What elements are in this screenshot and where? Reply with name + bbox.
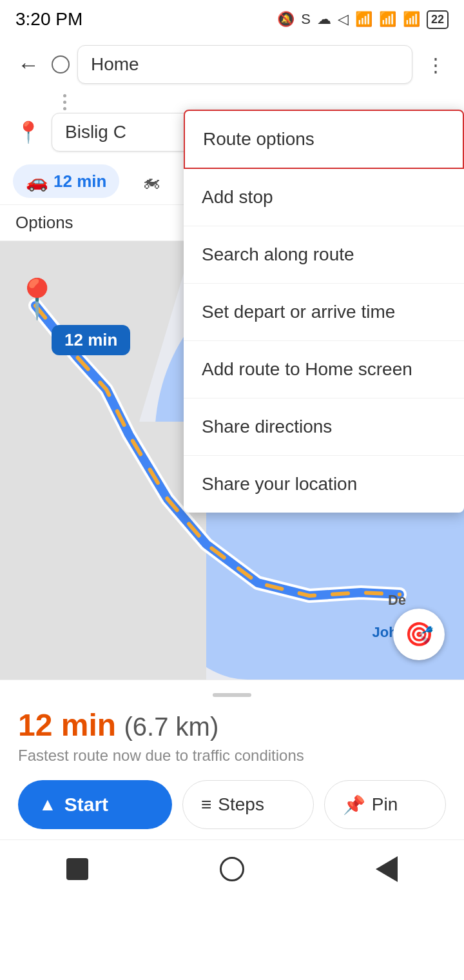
action-buttons: ▲ Start ≡ Steps 📌 Pin bbox=[18, 780, 446, 829]
motorcycle-icon: 🏍 bbox=[142, 171, 160, 192]
steps-button[interactable]: ≡ Steps bbox=[182, 780, 314, 829]
battery-icon: 22 bbox=[427, 10, 449, 29]
destination-pin-icon: 📍 bbox=[15, 120, 41, 144]
mute-icon: 🔕 bbox=[277, 11, 295, 28]
pin-button[interactable]: 📌 Pin bbox=[324, 780, 446, 829]
back-button[interactable]: ← bbox=[13, 49, 44, 80]
back-icon bbox=[376, 856, 398, 882]
recent-apps-icon bbox=[66, 858, 88, 880]
origin-input[interactable]: Home bbox=[77, 45, 412, 84]
start-arrow-icon: ▲ bbox=[39, 794, 57, 815]
menu-item-set-depart-time[interactable]: Set depart or arrive time bbox=[184, 284, 464, 341]
tab-motorcycle[interactable]: 🏍 bbox=[130, 164, 173, 198]
divider-dot-3 bbox=[63, 107, 66, 110]
wifi-icon: 📶 bbox=[403, 11, 420, 28]
dropdown-menu: Route options Add stop Search along rout… bbox=[184, 110, 464, 513]
tab-car[interactable]: 🚗 12 min bbox=[13, 164, 119, 198]
my-location-button[interactable]: 🎯 bbox=[393, 609, 445, 660]
status-icons: 🔕 S ☁ ◁ 📶 📶 📶 22 bbox=[277, 10, 449, 29]
home-icon bbox=[220, 857, 244, 881]
signal1-icon: 📶 bbox=[355, 11, 372, 28]
back-nav-button[interactable] bbox=[367, 850, 406, 888]
menu-item-add-stop[interactable]: Add stop bbox=[184, 169, 464, 226]
more-button[interactable]: ⋮ bbox=[420, 49, 451, 80]
menu-item-search-along-route[interactable]: Search along route bbox=[184, 226, 464, 284]
origin-dot-icon bbox=[52, 55, 70, 74]
location-icon: ◁ bbox=[338, 11, 349, 28]
menu-item-share-directions[interactable]: Share directions bbox=[184, 398, 464, 456]
pin-icon: 📌 bbox=[343, 794, 365, 816]
car-icon: 🚗 bbox=[26, 171, 48, 192]
destination-pin-container: 📍 bbox=[13, 117, 44, 148]
divider-dot-2 bbox=[63, 101, 66, 104]
cloud-icon: ☁ bbox=[317, 11, 331, 28]
tab-car-label: 12 min bbox=[53, 172, 106, 191]
shein-icon: S bbox=[301, 11, 311, 28]
menu-item-route-options[interactable]: Route options bbox=[184, 110, 464, 169]
start-button[interactable]: ▲ Start bbox=[18, 780, 172, 829]
steps-icon: ≡ bbox=[201, 794, 211, 815]
route-summary: 12 min (6.7 km) bbox=[18, 707, 446, 743]
home-button[interactable] bbox=[213, 850, 251, 888]
status-time: 3:20 PM bbox=[15, 9, 82, 30]
de-label: De bbox=[388, 592, 406, 609]
more-dots-icon: ⋮ bbox=[426, 54, 446, 76]
destination-marker: 📍 bbox=[13, 280, 61, 318]
route-time: 12 min bbox=[18, 708, 116, 742]
divider-dot-1 bbox=[63, 94, 66, 97]
status-bar: 3:20 PM 🔕 S ☁ ◁ 📶 📶 📶 22 bbox=[0, 0, 464, 39]
recent-apps-button[interactable] bbox=[58, 850, 97, 888]
time-bubble: 12 min bbox=[52, 325, 130, 355]
route-distance: (6.7 km) bbox=[124, 712, 219, 741]
signal2-icon: 📶 bbox=[379, 11, 396, 28]
bottom-panel: 12 min (6.7 km) Fastest route now due to… bbox=[0, 680, 464, 839]
drag-handle bbox=[213, 693, 251, 697]
nav-bar bbox=[0, 839, 464, 897]
menu-item-share-location[interactable]: Share your location bbox=[184, 456, 464, 513]
target-icon: 🎯 bbox=[405, 621, 434, 648]
menu-item-add-to-home[interactable]: Add route to Home screen bbox=[184, 341, 464, 398]
route-subtitle: Fastest route now due to traffic conditi… bbox=[18, 747, 446, 765]
map-pin-icon: 📍 bbox=[13, 280, 61, 318]
origin-row: ← Home ⋮ bbox=[13, 45, 451, 84]
back-arrow-icon: ← bbox=[17, 52, 39, 77]
